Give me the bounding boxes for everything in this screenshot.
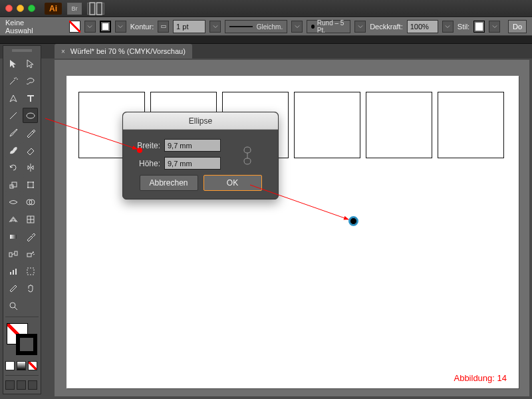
shape-builder-tool[interactable] <box>23 194 38 209</box>
paintbrush-tool[interactable] <box>5 125 21 140</box>
svg-rect-25 <box>13 270 14 275</box>
opacity-dropdown[interactable] <box>442 21 454 33</box>
arrange-documents-icon[interactable] <box>87 3 104 15</box>
draw-behind[interactable] <box>17 380 26 390</box>
tools-panel <box>3 45 41 394</box>
lasso-tool[interactable] <box>23 73 38 88</box>
stroke-style-dropdown[interactable] <box>291 21 303 33</box>
perspective-grid-tool[interactable] <box>5 211 21 227</box>
stroke-weight-field[interactable]: 1 pt <box>173 20 205 33</box>
cancel-button[interactable]: Abbrechen <box>140 175 198 191</box>
stroke-preview-line <box>229 26 253 27</box>
svg-line-5 <box>10 112 17 119</box>
document-setup-button[interactable]: Do <box>508 20 527 33</box>
document-tab[interactable]: × Würfel* bei 70 % (CMYK/Vorschau) <box>55 44 192 59</box>
graphic-style-dropdown[interactable] <box>489 21 500 33</box>
stroke-indicator[interactable] <box>16 334 37 355</box>
color-mode-solid[interactable] <box>5 361 15 370</box>
color-mode-gradient[interactable] <box>17 361 26 370</box>
rect-shape[interactable] <box>438 92 504 158</box>
close-window-button[interactable] <box>5 5 13 12</box>
magic-wand-tool[interactable] <box>5 73 21 88</box>
brush-dropdown[interactable] <box>354 21 366 33</box>
blend-tool[interactable] <box>5 246 21 261</box>
document-tab-title: Würfel* bei 70 % (CMYK/Vorschau) <box>70 47 186 55</box>
opacity-label: Deckkraft: <box>370 23 403 31</box>
symbol-sprayer-tool[interactable] <box>23 246 38 261</box>
svg-point-10 <box>27 182 29 183</box>
stroke-link-icon[interactable] <box>158 21 169 33</box>
reflect-tool[interactable] <box>23 160 38 175</box>
width-tool[interactable] <box>5 194 21 209</box>
zoom-tool[interactable] <box>5 298 21 313</box>
stroke-dropdown[interactable] <box>115 21 126 33</box>
svg-rect-27 <box>27 268 34 275</box>
canvas-area[interactable]: Abbildung: 14 <box>55 60 529 396</box>
dialog-title[interactable]: Ellipse <box>123 112 278 130</box>
fill-dropdown[interactable] <box>84 21 96 33</box>
stroke-swatch[interactable] <box>100 21 111 33</box>
zoom-window-button[interactable] <box>28 5 35 12</box>
rect-shape[interactable] <box>366 92 432 158</box>
graphic-style-swatch[interactable] <box>473 21 485 33</box>
stroke-style-field[interactable]: Gleichm. <box>225 20 287 33</box>
draw-normal[interactable] <box>5 380 15 390</box>
tools-grip[interactable] <box>5 49 39 54</box>
height-input[interactable]: 9,7 mm <box>164 157 221 170</box>
close-tab-icon[interactable]: × <box>61 48 65 55</box>
svg-point-12 <box>27 187 29 188</box>
width-input[interactable]: 9,7 mm <box>164 139 221 152</box>
svg-rect-1 <box>97 3 102 15</box>
gradient-tool[interactable] <box>5 229 21 244</box>
fill-swatch[interactable] <box>69 21 80 33</box>
type-tool[interactable] <box>23 90 38 106</box>
hand-tool[interactable] <box>23 281 38 296</box>
rotate-tool[interactable] <box>5 160 21 175</box>
free-transform-tool[interactable] <box>23 177 38 192</box>
opacity-field[interactable]: 100% <box>407 20 438 33</box>
artboard-tool[interactable] <box>23 263 38 279</box>
svg-rect-19 <box>10 235 17 239</box>
brush-field[interactable]: Rund – 5 Pt. <box>307 20 350 33</box>
svg-rect-0 <box>90 3 95 15</box>
pen-tool[interactable] <box>5 90 21 106</box>
options-bar: Keine Auswahl Kontur: 1 pt Gleichm. Rund… <box>0 17 532 36</box>
svg-rect-26 <box>15 269 17 275</box>
ellipse-tool[interactable] <box>23 108 38 123</box>
svg-point-11 <box>33 182 34 183</box>
selection-tool[interactable] <box>5 56 21 71</box>
scale-tool[interactable] <box>5 177 21 192</box>
window-titlebar: Ai Br <box>0 0 532 17</box>
ok-button[interactable]: OK <box>203 175 262 191</box>
line-tool[interactable] <box>5 108 21 123</box>
result-ellipse-shape[interactable] <box>348 216 358 226</box>
rect-shape[interactable] <box>294 92 360 158</box>
svg-point-28 <box>10 303 15 308</box>
bridge-icon[interactable]: Br <box>67 3 82 15</box>
svg-rect-20 <box>9 253 12 257</box>
svg-rect-2 <box>161 25 165 27</box>
pencil-tool[interactable] <box>23 125 38 140</box>
constrain-proportions-icon[interactable] <box>242 144 253 169</box>
eraser-tool[interactable] <box>23 142 38 158</box>
brush-dot-icon <box>311 25 315 29</box>
direct-selection-tool[interactable] <box>23 56 38 71</box>
svg-point-13 <box>33 187 34 188</box>
height-label: Höhe: <box>131 159 160 168</box>
slice-tool[interactable] <box>5 281 21 296</box>
svg-rect-9 <box>28 182 33 188</box>
svg-rect-24 <box>10 272 11 275</box>
blob-brush-tool[interactable] <box>5 142 21 158</box>
mesh-tool[interactable] <box>23 211 38 227</box>
color-mode-buttons <box>5 360 39 372</box>
column-graph-tool[interactable] <box>5 263 21 279</box>
stroke-weight-dropdown[interactable] <box>209 21 221 33</box>
brush-label: Rund – 5 Pt. <box>317 19 346 34</box>
draw-mode-buttons <box>5 379 39 391</box>
ellipse-dialog: Ellipse Breite: 9,7 mm Höhe: 9,7 mm Abbr… <box>122 112 279 200</box>
fill-stroke-control[interactable] <box>5 322 39 356</box>
eyedropper-tool[interactable] <box>23 229 38 244</box>
color-mode-none[interactable] <box>28 361 37 370</box>
minimize-window-button[interactable] <box>17 5 24 12</box>
draw-inside[interactable] <box>28 380 37 390</box>
